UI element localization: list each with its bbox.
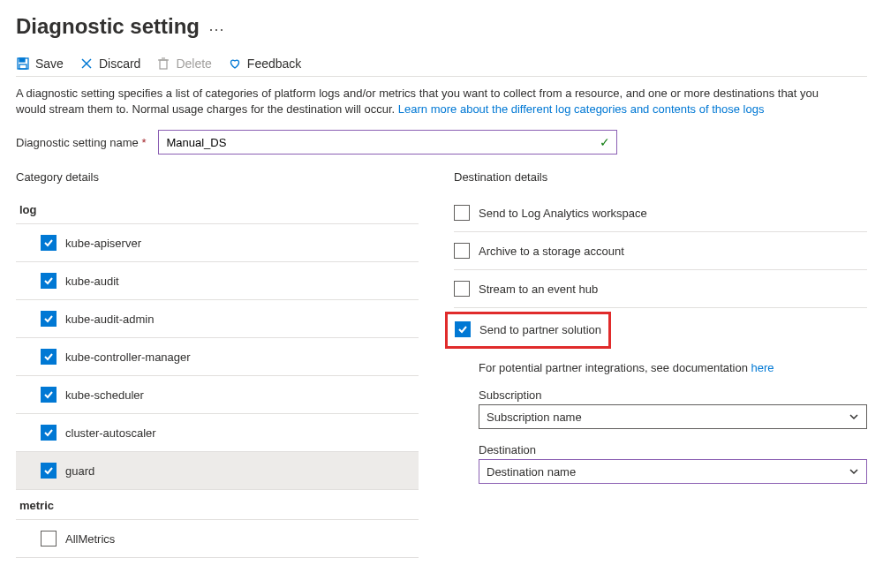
subscription-label: Subscription <box>454 383 867 404</box>
checkbox[interactable] <box>41 531 57 547</box>
checkbox[interactable] <box>454 281 470 297</box>
destination-row-label: Send to partner solution <box>479 323 601 336</box>
partner-note: For potential partner integrations, see … <box>454 358 867 383</box>
destination-row-label: Stream to an event hub <box>479 283 598 296</box>
valid-check-icon: ✓ <box>600 135 610 149</box>
highlighted-destination: Send to partner solution <box>445 312 611 349</box>
destination-column: Destination details Send to Log Analytic… <box>454 170 867 558</box>
category-column: Category details log kube-apiserverkube-… <box>16 170 419 558</box>
description-text: A diagnostic setting specifies a list of… <box>16 86 828 117</box>
log-category-row[interactable]: cluster-autoscaler <box>16 414 419 452</box>
checkbox[interactable] <box>455 321 471 337</box>
log-category-row-label: kube-apiserver <box>65 237 141 250</box>
subscription-value: Subscription name <box>487 411 582 424</box>
subscription-dropdown[interactable]: Subscription name <box>479 404 867 429</box>
page-title: Diagnostic setting <box>16 14 200 39</box>
name-label: Diagnostic setting name * <box>16 136 146 149</box>
destination-row-label: Archive to a storage account <box>479 245 624 258</box>
partner-doc-link[interactable]: here <box>751 361 774 374</box>
name-label-text: Diagnostic setting name <box>16 136 139 149</box>
trash-icon <box>156 57 170 71</box>
destination-heading: Destination details <box>454 170 867 184</box>
log-category-row-label: kube-controller-manager <box>65 351 191 364</box>
chevron-down-icon <box>849 466 859 477</box>
feedback-button[interactable]: Feedback <box>228 57 301 71</box>
metric-category-row-label: AllMetrics <box>65 532 115 546</box>
log-category-row-label: kube-audit <box>65 275 119 288</box>
checkbox[interactable] <box>454 205 470 221</box>
save-label: Save <box>35 57 64 71</box>
discard-label: Discard <box>99 57 140 71</box>
more-icon[interactable]: ⋯ <box>208 19 226 39</box>
save-icon <box>16 57 30 71</box>
heart-icon <box>228 57 242 71</box>
required-star: * <box>141 136 146 149</box>
checkbox[interactable] <box>41 273 57 289</box>
checkbox[interactable] <box>41 387 57 403</box>
delete-button: Delete <box>156 57 211 71</box>
learn-more-link[interactable]: Learn more about the different log categ… <box>398 102 765 116</box>
checkbox[interactable] <box>41 463 57 479</box>
destination-row-label: Send to Log Analytics workspace <box>479 207 647 220</box>
partner-note-text: For potential partner integrations, see … <box>479 361 751 374</box>
log-category-row-label: kube-scheduler <box>65 388 144 402</box>
destination-row[interactable]: Stream to an event hub <box>454 270 867 308</box>
log-subheading: log <box>16 194 419 224</box>
category-heading: Category details <box>16 170 419 184</box>
checkbox[interactable] <box>41 235 57 251</box>
log-category-row-label: guard <box>65 464 94 478</box>
log-category-row-label: cluster-autoscaler <box>65 426 156 440</box>
metric-subheading: metric <box>16 490 419 520</box>
log-category-row[interactable]: kube-scheduler <box>16 376 419 414</box>
svg-rect-1 <box>19 58 25 62</box>
diagnostic-name-input[interactable] <box>158 130 617 155</box>
checkbox[interactable] <box>41 311 57 327</box>
checkbox[interactable] <box>41 349 57 365</box>
destination-dropdown[interactable]: Destination name <box>479 459 867 484</box>
destination-row[interactable]: Archive to a storage account <box>454 232 867 270</box>
chevron-down-icon <box>849 411 859 422</box>
delete-label: Delete <box>176 57 211 71</box>
feedback-label: Feedback <box>247 57 301 71</box>
destination-value: Destination name <box>487 465 576 479</box>
log-category-row[interactable]: kube-audit <box>16 262 419 300</box>
log-category-row[interactable]: guard <box>16 452 419 490</box>
checkbox[interactable] <box>41 425 57 441</box>
destination-row[interactable]: Send to Log Analytics workspace <box>454 194 867 232</box>
metric-category-row[interactable]: AllMetrics <box>16 520 419 558</box>
checkbox[interactable] <box>454 243 470 259</box>
discard-button[interactable]: Discard <box>79 57 140 71</box>
destination-field-label: Destination <box>454 438 867 459</box>
destination-row[interactable]: Send to partner solution <box>455 318 601 341</box>
log-category-row[interactable]: kube-audit-admin <box>16 300 419 338</box>
close-icon <box>79 57 94 71</box>
save-button[interactable]: Save <box>16 57 64 71</box>
toolbar: Save Discard Delete Feedback <box>16 44 867 77</box>
svg-rect-5 <box>160 60 167 69</box>
log-category-row-label: kube-audit-admin <box>65 313 154 326</box>
svg-rect-2 <box>19 64 26 69</box>
log-category-row[interactable]: kube-apiserver <box>16 224 419 262</box>
log-category-row[interactable]: kube-controller-manager <box>16 338 419 376</box>
